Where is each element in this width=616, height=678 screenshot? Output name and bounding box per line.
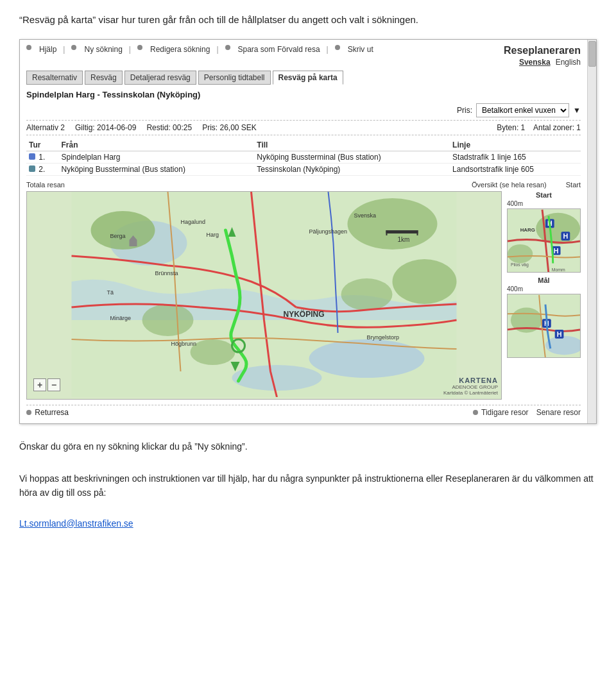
nav-link-print[interactable]: Skriv ut bbox=[348, 45, 373, 54]
nav-dot-returresa bbox=[26, 410, 31, 415]
alt-info-bar: Alternativ 2 Giltig: 2014-06-09 Restid: … bbox=[26, 120, 581, 135]
top-nav: Hjälp | Ny sökning | Redigera sökning | … bbox=[26, 45, 581, 67]
tab-resalternativ[interactable]: Resalternativ bbox=[26, 71, 83, 85]
pris-label: Pris: bbox=[457, 106, 472, 115]
row2-till: Tessinskolan (Nyköping) bbox=[254, 163, 450, 175]
outro-paragraph-1: Önskar du göra en ny sökning klickar du … bbox=[19, 439, 597, 453]
svg-text:HARG: HARG bbox=[520, 227, 535, 233]
start-label: Start bbox=[566, 181, 581, 189]
lang-english[interactable]: English bbox=[556, 58, 581, 67]
top-nav-links: Hjälp | Ny sökning | Redigera sökning | … bbox=[26, 45, 373, 54]
map-label-pajlungshagen: Päljungshagen bbox=[309, 228, 348, 235]
svg-point-9 bbox=[341, 278, 393, 310]
mal-scale-label: 400m bbox=[507, 285, 581, 292]
sep-4: | bbox=[327, 45, 329, 54]
pris-select[interactable]: Betalkort enkel vuxen bbox=[476, 103, 569, 117]
table-row: 2. Nyköping Bussterminal (Bus station) T… bbox=[26, 163, 581, 175]
kartena-brand: KARTENA bbox=[443, 377, 498, 384]
browser-frame: Hjälp | Ny sökning | Redigera sökning | … bbox=[19, 39, 597, 424]
pris-dropdown-arrow: ▼ bbox=[573, 106, 581, 115]
row2-fran: Nyköping Bussterminal (Bus station) bbox=[58, 163, 254, 175]
map-label-harg: Harg bbox=[207, 232, 219, 238]
map-labels-row: Totala resan Översikt (se hela resan) St… bbox=[26, 181, 581, 189]
nav-link-new-search[interactable]: Ny sökning bbox=[84, 45, 122, 54]
mal-label-top: Mål bbox=[507, 276, 581, 284]
outro-paragraph-2: Vi hoppas att beskrivningen och instrukt… bbox=[19, 471, 597, 500]
svg-rect-10 bbox=[386, 230, 388, 235]
journey-table: Tur Från Till Linje 1. Spindelplan Harg … bbox=[26, 139, 581, 176]
tab-detaljerad[interactable]: Detaljerad resväg bbox=[124, 71, 196, 85]
alt-alternativ: Alternativ 2 bbox=[26, 123, 65, 132]
row2-linje: Landsortstrafik linje 605 bbox=[450, 163, 581, 175]
mal-mini-map-container: Mål 400m bbox=[507, 276, 581, 358]
start-mini-svg: H H H HARG Pilos väg bbox=[508, 209, 580, 273]
tidigare-resor-link[interactable]: Tidigare resor bbox=[473, 408, 529, 417]
col-linje: Linje bbox=[450, 139, 581, 151]
nav-dot-3 bbox=[137, 45, 142, 50]
row1-till: Nyköping Bussterminal (Bus station) bbox=[254, 151, 450, 163]
svg-point-7 bbox=[142, 304, 194, 336]
start-label-top: Start bbox=[507, 191, 581, 199]
leg-indicator-2 bbox=[29, 165, 35, 172]
nav-dot-5 bbox=[335, 45, 340, 50]
svg-point-6 bbox=[393, 259, 457, 304]
map-label-nyköping: NYKÖPING bbox=[284, 309, 325, 319]
map-scale-label: 1km bbox=[398, 236, 410, 243]
home-icon bbox=[130, 240, 137, 246]
sep-2: | bbox=[129, 45, 131, 54]
brand-title: Reseplaneraren bbox=[504, 45, 581, 56]
tab-resvag[interactable]: Resväg bbox=[85, 71, 123, 85]
svg-text:H: H bbox=[554, 246, 559, 254]
map-label-berga: Berga bbox=[110, 233, 126, 239]
nav-link-save[interactable]: Spara som Förvald resa bbox=[238, 45, 320, 54]
mal-mini-svg: H H bbox=[508, 294, 580, 358]
tab-bar: Resalternativ Resväg Detaljerad resväg P… bbox=[26, 71, 581, 85]
email-link[interactable]: Lt.sormland@lanstrafiken.se bbox=[19, 518, 133, 529]
alt-antal-zoner: Antal zoner: 1 bbox=[533, 123, 581, 132]
alt-pris: Pris: 26,00 SEK bbox=[202, 123, 257, 132]
map-label-brunnsta: Brünnsta bbox=[155, 270, 178, 276]
nav-dot-tidigare bbox=[473, 410, 478, 415]
scrollbar[interactable] bbox=[587, 40, 596, 423]
nav-link-help[interactable]: Hjälp bbox=[39, 45, 56, 54]
pris-row: Pris: Betalkort enkel vuxen ▼ bbox=[26, 103, 581, 117]
svg-point-5 bbox=[348, 198, 438, 250]
nav-dot-4 bbox=[225, 45, 230, 50]
alt-restid: Restid: 00:25 bbox=[146, 123, 192, 132]
row1-fran: Spindelplan Harg bbox=[58, 151, 254, 163]
nav-dot-2 bbox=[71, 45, 76, 50]
lang-links: Svenska English bbox=[504, 58, 581, 67]
tab-personlig[interactable]: Personlig tidtabell bbox=[198, 71, 271, 85]
zoom-in-button[interactable]: + bbox=[33, 378, 46, 391]
alt-byten: Byten: 1 bbox=[497, 123, 525, 132]
zoom-out-button[interactable]: − bbox=[47, 378, 60, 391]
top-nav-right: Reseplaneraren Svenska English bbox=[504, 45, 581, 67]
map-label-hogbrunn: Högbrunn bbox=[171, 341, 197, 347]
lang-svenska[interactable]: Svenska bbox=[519, 58, 551, 67]
svg-text:Pilos väg: Pilos väg bbox=[511, 262, 529, 267]
col-till: Till bbox=[254, 139, 450, 151]
map-container: Berga Hagalund Tä Minärge Brünnsta Harg … bbox=[26, 191, 581, 400]
nav-link-edit-search[interactable]: Redigera sökning bbox=[150, 45, 210, 54]
sep-3: | bbox=[216, 45, 218, 54]
map-label-bryngelstorp: Bryngelstorp bbox=[367, 334, 400, 341]
map-sidebar: Start 400m bbox=[507, 191, 581, 400]
row1-tur: 1. bbox=[26, 151, 58, 163]
start-scale-label: 400m bbox=[507, 200, 581, 207]
tab-resvag-karta[interactable]: Resväg på karta bbox=[273, 71, 343, 85]
map-logo: KARTENA ADENOOE GROUP Kartdata © Lantmät… bbox=[443, 377, 498, 396]
main-map[interactable]: Berga Hagalund Tä Minärge Brünnsta Harg … bbox=[26, 191, 502, 400]
browser-content: Hjälp | Ny sökning | Redigera sökning | … bbox=[20, 40, 596, 423]
start-mini-map-container: Start 400m bbox=[507, 191, 581, 273]
section-title: Spindelplan Harg - Tessinskolan (Nyköpin… bbox=[26, 90, 581, 99]
senare-resor-link[interactable]: Senare resor bbox=[536, 408, 581, 417]
alt-info-right: Byten: 1 Antal zoner: 1 bbox=[497, 123, 581, 132]
mal-mini-map[interactable]: H H bbox=[507, 294, 581, 358]
map-label-minarige: Minärge bbox=[110, 315, 132, 321]
start-mini-map[interactable]: H H H HARG Pilos väg bbox=[507, 208, 581, 273]
map-label-ta: Tä bbox=[107, 289, 114, 296]
table-row: 1. Spindelplan Harg Nyköping Busstermina… bbox=[26, 151, 581, 163]
kartdata-label: Kartdata © Lantmäteriet bbox=[443, 390, 498, 396]
returresa-link[interactable]: Returresa bbox=[26, 408, 69, 417]
scrollbar-thumb[interactable] bbox=[588, 41, 596, 67]
